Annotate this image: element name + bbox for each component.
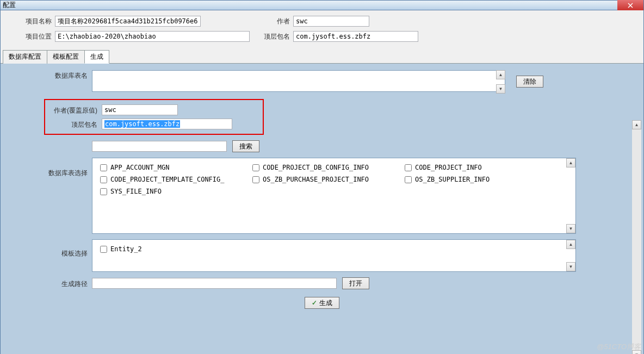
search-button[interactable]: 搜索 bbox=[232, 140, 259, 152]
tpl-select-label: 模板选择 bbox=[16, 239, 92, 258]
content-area: 项目名称 作者 项目位置 顶层包名 数据库配置 模板配置 生成 数据库表名 bbox=[1, 10, 643, 354]
gen-path-label: 生成路径 bbox=[16, 278, 92, 289]
config-window: 配置 项目名称 作者 项目位置 顶层包名 数据库配置 模板配置 生成 bbox=[0, 0, 644, 354]
author-input[interactable] bbox=[293, 16, 369, 27]
project-name-input[interactable] bbox=[55, 16, 201, 27]
project-name-label: 项目名称 bbox=[11, 17, 55, 26]
table-checkbox-item[interactable]: SYS_FILE_INFO bbox=[100, 188, 252, 195]
template-list: Entity_2 bbox=[100, 245, 568, 257]
close-button[interactable] bbox=[617, 0, 643, 11]
scroll-up-button[interactable]: ▲ bbox=[496, 70, 505, 79]
outer-scroll-up[interactable]: ▲ bbox=[632, 120, 641, 129]
table-name: APP_ACCOUNT_MGN bbox=[110, 164, 169, 171]
tab-content-generate: 数据库表名 ▲ ▼ 清除 作者(覆盖原值) 顶层包名 bbox=[1, 64, 643, 354]
db-table-label: 数据库表名 bbox=[16, 70, 92, 80]
tab-template-config[interactable]: 模板配置 bbox=[47, 50, 85, 64]
window-title: 配置 bbox=[3, 1, 16, 10]
author-label: 作者 bbox=[201, 17, 293, 26]
template-name: Entity_2 bbox=[110, 245, 142, 253]
titlebar[interactable]: 配置 bbox=[1, 1, 643, 10]
scroll-down-button[interactable]: ▼ bbox=[496, 84, 505, 94]
table-checkbox[interactable] bbox=[405, 176, 412, 183]
generate-button[interactable]: ✓ 生成 bbox=[305, 297, 339, 309]
top-form: 项目名称 作者 项目位置 顶层包名 bbox=[1, 10, 643, 49]
author-override-label: 作者(覆盖原值) bbox=[52, 105, 102, 115]
table-checkbox-item[interactable]: APP_ACCOUNT_MGN bbox=[100, 164, 252, 171]
template-panel: Entity_2 ▲ ▼ bbox=[92, 239, 576, 272]
table-checkbox[interactable] bbox=[100, 164, 107, 171]
panel-scroll-up[interactable]: ▲ bbox=[566, 158, 575, 167]
table-checkbox[interactable] bbox=[100, 176, 107, 183]
table-checkbox[interactable] bbox=[405, 164, 412, 171]
tab-generate[interactable]: 生成 bbox=[84, 50, 109, 64]
check-icon: ✓ bbox=[312, 299, 317, 307]
table-checkbox-item[interactable]: CODE_PROJECT_DB_CONFIG_INFO bbox=[252, 164, 405, 171]
table-checkbox-item[interactable]: OS_ZB_PURCHASE_PROJECT_INFO bbox=[252, 176, 405, 183]
close-icon bbox=[628, 3, 633, 8]
project-loc-label: 项目位置 bbox=[11, 32, 55, 41]
outer-scrollbar[interactable]: ▲ ▼ bbox=[632, 120, 641, 354]
generate-label: 生成 bbox=[319, 299, 332, 308]
table-checkbox[interactable] bbox=[252, 164, 259, 171]
watermark: @51CTO博客 bbox=[597, 342, 641, 352]
table-checkbox-item[interactable]: CODE_PROJECT_INFO bbox=[405, 164, 557, 171]
table-name: OS_ZB_SUPPLIER_INFO bbox=[415, 176, 490, 183]
gen-top-pkg-input[interactable]: com.jysoft.ess.zbfz bbox=[102, 119, 232, 129]
highlight-box: 作者(覆盖原值) 顶层包名 com.jysoft.ess.zbfz bbox=[44, 99, 264, 135]
table-checkbox[interactable] bbox=[252, 176, 259, 183]
panel-scroll-down[interactable]: ▼ bbox=[566, 224, 575, 233]
tab-bar: 数据库配置 模板配置 生成 bbox=[1, 49, 643, 64]
top-pkg-input[interactable] bbox=[293, 31, 418, 42]
clear-button[interactable]: 清除 bbox=[516, 76, 543, 88]
table-name: OS_ZB_PURCHASE_PROJECT_INFO bbox=[263, 176, 369, 183]
gen-top-pkg-label: 顶层包名 bbox=[52, 119, 102, 129]
top-pkg-label: 顶层包名 bbox=[250, 32, 293, 41]
selected-pkg-text: com.jysoft.ess.zbfz bbox=[104, 120, 180, 128]
tables-list: APP_ACCOUNT_MGNCODE_PROJECT_DB_CONFIG_IN… bbox=[100, 164, 568, 200]
search-spacer bbox=[16, 146, 92, 147]
template-checkbox-item[interactable]: Entity_2 bbox=[100, 245, 252, 253]
db-select-label: 数据库表选择 bbox=[16, 158, 92, 178]
db-table-textarea[interactable] bbox=[92, 70, 505, 92]
gen-path-input[interactable] bbox=[92, 278, 337, 289]
tab-db-config[interactable]: 数据库配置 bbox=[3, 50, 47, 64]
tpl-scroll-up[interactable]: ▲ bbox=[566, 240, 575, 249]
author-override-input[interactable] bbox=[102, 104, 178, 115]
template-checkbox[interactable] bbox=[100, 246, 107, 253]
project-loc-input[interactable] bbox=[55, 31, 250, 42]
table-checkbox-item[interactable]: OS_ZB_SUPPLIER_INFO bbox=[405, 176, 557, 183]
table-name: SYS_FILE_INFO bbox=[110, 188, 162, 195]
table-checkbox-item[interactable]: CODE_PROJECT_TEMPLATE_CONFIG_ bbox=[100, 176, 252, 183]
table-name: CODE_PROJECT_INFO bbox=[415, 164, 482, 171]
search-input[interactable] bbox=[92, 141, 227, 152]
table-name: CODE_PROJECT_DB_CONFIG_INFO bbox=[263, 164, 369, 171]
db-table-panel: APP_ACCOUNT_MGNCODE_PROJECT_DB_CONFIG_IN… bbox=[92, 158, 576, 234]
open-button[interactable]: 打开 bbox=[342, 277, 369, 289]
table-checkbox[interactable] bbox=[100, 188, 107, 195]
tpl-scroll-down[interactable]: ▼ bbox=[566, 262, 575, 271]
table-name: CODE_PROJECT_TEMPLATE_CONFIG_ bbox=[110, 176, 225, 183]
